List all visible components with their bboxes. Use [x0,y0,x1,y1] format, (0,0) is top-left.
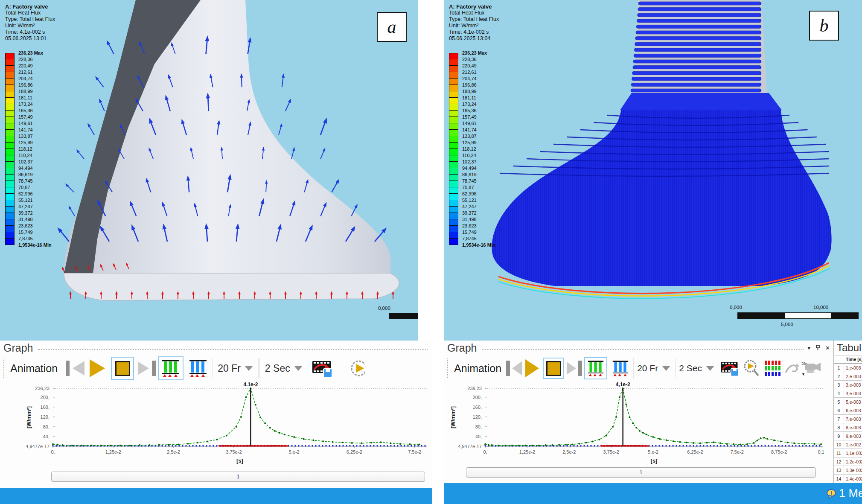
time-value: 1,2e-002 [844,459,862,464]
table-row[interactable]: 111,1e-002 [834,449,862,457]
result-line: 05.06.2025 13:04 [449,35,499,42]
table-row[interactable]: 44,e-003 [834,389,862,398]
svg-text:6,25e-2: 6,25e-2 [687,449,703,454]
row-number: 9 [834,432,844,440]
probe-tool-button-disabled[interactable] [784,360,801,377]
legend-band [449,53,458,59]
toolbar-drag-handle[interactable] [447,358,450,378]
stop-button[interactable] [543,358,564,379]
legend-label: 125,99 [462,140,477,145]
frames-dropdown[interactable]: 20 Fr [633,358,674,379]
legend-band [5,162,15,168]
svg-text:3,75e-2: 3,75e-2 [226,449,242,454]
legend-label: 157,49 [462,114,477,119]
heat-flux-chart[interactable]: 236,23200,160,120,80,40,4,9477e-170,1,25… [444,382,833,465]
skip-end-icon[interactable] [578,361,582,376]
legend-band [449,111,458,117]
status-bar: i 1 Me [444,483,862,504]
timeline-bar[interactable]: 1 [51,472,425,482]
legend-band [449,213,458,219]
panel-window-controls: ▾ ✕ [808,345,830,351]
legend-band [5,181,15,187]
legend-label: 15,749 [462,230,477,235]
time-value: 4,e-003 [844,391,861,396]
figure-label-a: a [377,12,407,42]
table-row[interactable]: 88,e-003 [834,423,862,432]
toolbar-drag-handle[interactable] [3,358,6,378]
legend-label: 31,498 [18,217,33,222]
panel-divider [38,349,428,350]
heat-flux-chart[interactable]: 236,23200,160,120,80,40,4,9477e-170,1,25… [0,382,432,468]
table-row[interactable]: 66,e-003 [834,406,862,415]
valve-collar [620,93,782,110]
legend-band [5,117,15,123]
table-row[interactable]: 141,4e-002 [834,475,862,483]
color-bands-button[interactable] [764,360,781,377]
table-row[interactable]: 55,e-003 [834,398,862,406]
table-row[interactable]: 77,e-003 [834,415,862,423]
legend-label: 86,619 [18,172,33,177]
message-bubble-icon: i [826,489,837,499]
legend-label: 236,23 Max [462,50,487,55]
table-row[interactable]: 99,e-003 [834,432,862,440]
skip-start-icon[interactable] [66,361,70,376]
collapse-chevrons-icon[interactable]: ≫ [801,360,807,367]
result-sets-button[interactable] [158,356,183,380]
viewport-panel-a[interactable]: A: Factory valve Total Heat Flux Type: T… [0,0,418,341]
time-value: 1,e-002 [844,442,861,447]
table-row[interactable]: 11,e-003 [834,364,862,372]
stop-button[interactable] [111,357,134,380]
svg-text:4,9477e-17: 4,9477e-17 [26,444,50,449]
duration-dropdown[interactable]: 2 Sec [675,358,718,379]
step-forward-icon[interactable] [138,362,149,375]
close-icon[interactable]: ✕ [825,345,830,351]
export-video-button[interactable] [720,359,739,377]
legend-band [449,194,458,200]
timeline-bar[interactable]: 1 [466,467,816,478]
time-steps-button[interactable] [609,357,632,379]
legend-band [449,79,458,85]
result-sets-button[interactable] [584,357,607,379]
export-video-button[interactable] [312,358,333,378]
messages-link[interactable]: i 1 Me [826,487,862,500]
legend-label: 157,49 [18,114,33,119]
table-row[interactable]: 101,e-002 [834,440,862,449]
table-row[interactable]: 131,3e-002 [834,466,862,475]
table-row[interactable]: 22,e-003 [834,372,862,381]
zoom-animation-button[interactable] [743,359,760,377]
skip-end-icon[interactable] [152,361,156,376]
time-steps-button[interactable] [185,356,211,380]
row-number: 4 [834,389,844,397]
legend-label: 55,121 [462,198,477,203]
viewport-panel-b[interactable]: A: Factory valve Total Heat Flux Type: T… [444,0,862,341]
result-line: Time: 4,1e-002 s [5,29,55,35]
skip-start-icon[interactable] [506,361,510,376]
play-button[interactable] [90,359,105,377]
step-forward-icon[interactable] [567,362,576,375]
legend-band [5,187,15,194]
update-result-button[interactable] [348,359,365,378]
row-number: 1 [834,364,844,372]
chevron-down-icon [706,366,714,371]
pin-icon[interactable] [815,345,820,351]
legend-label: 62,996 [18,191,33,196]
legend-band [5,104,15,111]
svg-text:4,1e-2: 4,1e-2 [616,382,630,387]
svg-text:2,5e-2: 2,5e-2 [167,449,180,454]
frames-dropdown[interactable]: 20 Fr [212,358,259,379]
legend-label: 125,99 [18,140,33,145]
table-row[interactable]: 121,2e-002 [834,457,862,466]
step-back-icon[interactable] [73,361,84,376]
duration-dropdown[interactable]: 2 Sec [259,358,308,379]
tabular-data-title: Tabul [834,341,862,355]
step-back-icon[interactable] [512,361,522,376]
play-button[interactable] [525,359,539,377]
scale-ruler [389,313,418,319]
table-row[interactable]: 33,e-003 [834,381,862,389]
legend-label: 110,24 [18,153,32,158]
panel-menu-icon[interactable]: ▾ [808,345,811,351]
legend-band [449,130,458,136]
legend-label: 78,745 [462,178,477,184]
legend-band [449,162,458,168]
time-value: 1,1e-002 [844,451,862,456]
